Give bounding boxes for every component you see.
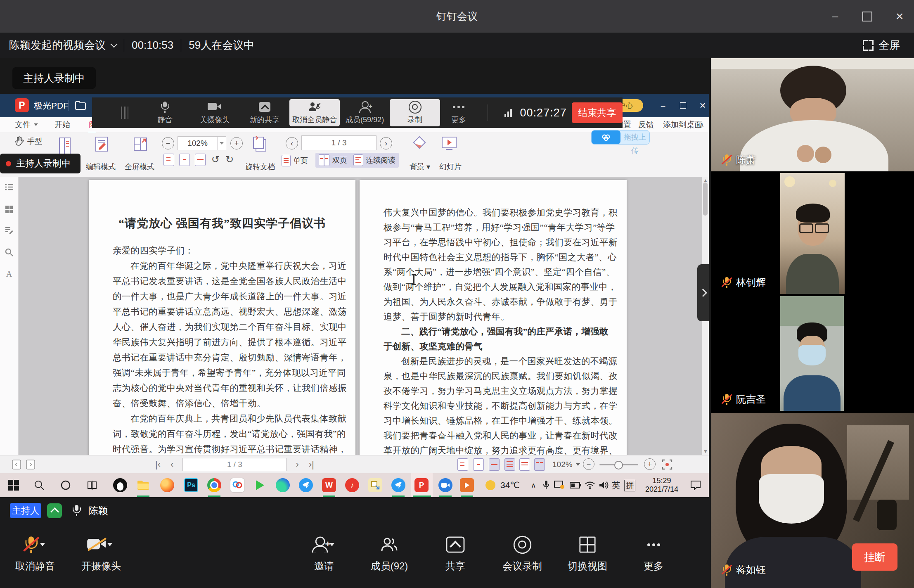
mute-button[interactable]: 静音: [140, 97, 190, 128]
camera-app-icon[interactable]: [438, 478, 452, 492]
next-page-button[interactable]: ›: [380, 137, 392, 149]
new-share-button[interactable]: 新的共享: [239, 97, 289, 128]
wps-icon[interactable]: W: [322, 478, 336, 492]
chevron-down-icon[interactable]: [111, 40, 118, 47]
unmute-all-button[interactable]: 取消全员静音: [289, 99, 340, 126]
tray-mic-icon[interactable]: [542, 480, 550, 490]
jiguang-pdf-taskbar-icon[interactable]: P: [414, 478, 429, 492]
switch-view-button[interactable]: 切换视图: [556, 535, 618, 573]
next-view-icon[interactable]: [26, 459, 36, 470]
zoom-out-button[interactable]: −: [162, 137, 174, 149]
scrollbar-thumb[interactable]: [703, 183, 708, 216]
rotate-left-icon[interactable]: ↺: [211, 154, 220, 165]
zoom-slider-knob[interactable]: [614, 461, 623, 469]
camera-on-button[interactable]: 开摄像头: [70, 535, 132, 573]
menu-file[interactable]: 文件: [15, 117, 38, 132]
taskbar-clock[interactable]: 15:29 2021/7/14: [639, 477, 684, 494]
file-explorer-icon[interactable]: [136, 478, 150, 492]
zoom-level-box[interactable]: 102%: [178, 136, 226, 150]
first-page-button[interactable]: |‹: [155, 459, 161, 470]
screenshot-tool-icon[interactable]: [368, 478, 382, 492]
weather-icon[interactable]: [485, 480, 495, 490]
focus-mode-icon[interactable]: [661, 459, 673, 470]
prev-view-icon[interactable]: [12, 459, 21, 470]
menu-home[interactable]: 开始: [54, 117, 70, 132]
double-page-button[interactable]: 双页: [315, 153, 350, 168]
ime-indicator[interactable]: 拼: [624, 480, 635, 491]
notification-center-icon[interactable]: [690, 480, 701, 490]
status-fit-page-icon[interactable]: [473, 458, 484, 471]
pdf-restore-button[interactable]: [674, 94, 692, 117]
edit-mode-button[interactable]: 编辑模式: [93, 135, 110, 153]
fullscreen-button[interactable]: 全屏: [863, 33, 900, 58]
status-actual-size-icon[interactable]: [457, 458, 468, 471]
participant-video[interactable]: 陈萧: [711, 58, 914, 171]
unmute-button[interactable]: 取消静音: [4, 535, 66, 573]
menu-add-to-desktop[interactable]: 添加到桌面: [663, 117, 702, 132]
fit-page-icon[interactable]: [179, 154, 190, 166]
participant-video[interactable]: 林钊辉: [711, 173, 914, 294]
last-page-button[interactable]: ›|: [309, 459, 314, 470]
members-button[interactable]: 成员(92): [358, 535, 420, 573]
collapse-ribbon-icon[interactable]: ∧: [699, 117, 704, 132]
wifi-icon[interactable]: [585, 480, 595, 490]
open-file-icon[interactable]: [75, 101, 86, 110]
rotate-right-icon[interactable]: ↻: [225, 154, 234, 165]
zoom-in-button[interactable]: +: [230, 137, 243, 149]
members-button[interactable]: + 成员(59/92): [340, 97, 390, 128]
zoom-dropdown[interactable]: [217, 137, 226, 150]
baidu-netdisk-icon[interactable]: [230, 478, 244, 492]
media-player-icon[interactable]: [253, 478, 267, 492]
rotate-doc-button[interactable]: 旋转文档: [250, 135, 269, 154]
slideshow-button[interactable]: 幻灯片: [440, 135, 458, 152]
status-zoom-dropdown[interactable]: 102%: [552, 458, 580, 471]
camera-off-button[interactable]: 关摄像头: [190, 97, 240, 128]
window-minimize-button[interactable]: –: [821, 0, 850, 33]
qq-icon[interactable]: [113, 478, 127, 492]
single-page-button[interactable]: 单页: [282, 154, 308, 168]
sidebar-collapse-button[interactable]: [697, 264, 709, 321]
taskbar-temperature[interactable]: 34℃: [500, 473, 520, 497]
status-continuous-icon[interactable]: [504, 458, 515, 471]
invite-button[interactable]: + 邀请: [293, 535, 355, 573]
prev-page-button[interactable]: ‹: [170, 459, 173, 470]
volume-icon[interactable]: [599, 480, 609, 490]
photoshop-icon[interactable]: Ps: [184, 478, 198, 492]
hang-up-button[interactable]: 挂断: [852, 543, 897, 571]
share-button[interactable]: 共享: [424, 535, 486, 573]
drag-handle[interactable]: [121, 107, 122, 119]
status-single-icon[interactable]: [519, 458, 530, 471]
text-panel-icon[interactable]: A: [4, 268, 14, 279]
task-view-icon[interactable]: [85, 478, 99, 492]
hand-tool-button[interactable]: 手型: [15, 136, 24, 146]
participant-video[interactable]: 阮吉圣: [711, 296, 914, 411]
chrome-icon[interactable]: [207, 478, 221, 492]
prev-page-button[interactable]: ‹: [286, 137, 298, 149]
annotations-panel-icon[interactable]: [4, 225, 14, 236]
status-fit-width-icon[interactable]: [489, 458, 500, 471]
actual-size-icon[interactable]: [163, 154, 174, 166]
language-indicator[interactable]: 英: [612, 473, 620, 497]
meeting-title[interactable]: 陈颖发起的视频会议: [9, 38, 106, 52]
menu-settings[interactable]: 置: [623, 117, 631, 132]
battery-icon[interactable]: [570, 482, 581, 488]
firefox-icon[interactable]: [160, 478, 174, 492]
edge-icon[interactable]: [276, 478, 290, 492]
bookmarks-panel-icon[interactable]: [4, 204, 14, 215]
end-share-button[interactable]: 结束共享: [572, 102, 623, 123]
meeting-record-button[interactable]: 会议录制: [491, 535, 553, 573]
search-icon[interactable]: [32, 478, 46, 492]
dingtalk-meeting-icon[interactable]: [391, 478, 405, 492]
record-button[interactable]: 录制: [390, 99, 440, 126]
status-double-icon[interactable]: [534, 458, 545, 471]
video-app-icon[interactable]: [460, 478, 474, 492]
status-zoom-in[interactable]: +: [644, 458, 656, 470]
page-indicator-box[interactable]: 1 / 3: [301, 135, 376, 150]
tray-display-icon[interactable]: [554, 480, 565, 490]
more-button[interactable]: 更多: [440, 97, 477, 128]
start-button[interactable]: [7, 478, 21, 492]
background-button[interactable]: 背景 ▾: [411, 135, 428, 152]
pdf-close-button[interactable]: ×: [694, 94, 712, 117]
window-close-button[interactable]: ×: [885, 0, 914, 33]
cortana-icon[interactable]: [59, 478, 73, 492]
